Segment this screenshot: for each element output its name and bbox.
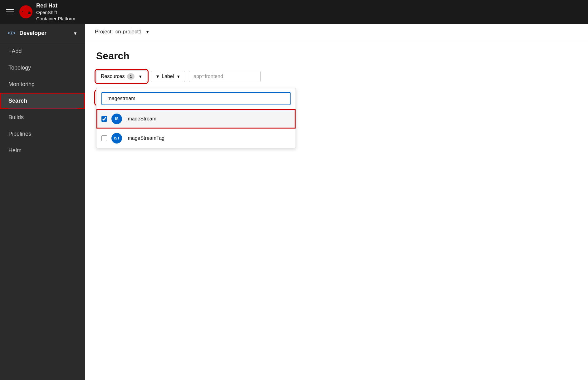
hamburger-menu-button[interactable]	[6, 9, 14, 14]
resources-count-badge: 1	[127, 73, 135, 80]
imagestreamtag-label: ImageStreamTag	[126, 135, 164, 141]
perspective-switcher[interactable]: </> Developer ▼	[0, 24, 85, 43]
imagestream-checkbox[interactable]	[101, 116, 107, 122]
result-item-imagestream[interactable]: IS ImageStream	[96, 109, 296, 129]
resources-dropdown-button[interactable]: Resources 1 ▼	[96, 71, 147, 82]
sidebar-item-search[interactable]: Search	[0, 93, 85, 109]
developer-perspective-icon: </>	[7, 30, 16, 37]
brand: Red Hat OpenShift Container Platform	[19, 2, 75, 22]
result-item-imagestreamtag[interactable]: IST ImageStreamTag	[96, 129, 296, 148]
resources-chevron-icon: ▼	[138, 74, 142, 79]
page-title: Search	[96, 50, 577, 62]
project-dropdown-button[interactable]: ▼	[144, 29, 151, 35]
main-layout: </> Developer ▼ +Add Topology Monitoring…	[0, 24, 588, 380]
content-area: Project: cn-project1 ▼ Search Resources …	[85, 24, 588, 380]
sidebar-item-helm[interactable]: Helm	[0, 142, 85, 159]
redhat-logo-icon	[19, 5, 32, 18]
filter-funnel-icon: ▼	[155, 74, 160, 79]
resources-dropdown-panel: IS ImageStream IST ImageStreamTag	[96, 88, 296, 148]
project-bar: Project: cn-project1 ▼	[85, 24, 588, 40]
imagestream-label: ImageStream	[126, 116, 156, 122]
perspective-label: Developer	[19, 30, 47, 37]
brand-text: Red Hat OpenShift Container Platform	[36, 2, 75, 22]
filter-row: Resources 1 ▼ ▼ Label ▼	[96, 71, 577, 82]
perspective-chevron-icon: ▼	[73, 31, 77, 36]
imagestream-badge: IS	[111, 114, 122, 124]
sidebar-item-pipelines[interactable]: Pipelines	[0, 126, 85, 142]
sidebar: </> Developer ▼ +Add Topology Monitoring…	[0, 24, 85, 380]
sidebar-item-topology[interactable]: Topology	[0, 60, 85, 76]
resource-search-input[interactable]	[101, 92, 291, 105]
project-label-text: Project:	[95, 29, 113, 35]
brand-subtitle-line2: Container Platform	[36, 16, 75, 22]
resource-search-wrapper	[96, 88, 296, 109]
sidebar-item-monitoring[interactable]: Monitoring	[0, 76, 85, 93]
label-value-input[interactable]	[189, 71, 261, 82]
brand-title: Red Hat	[36, 2, 75, 9]
imagestreamtag-badge: IST	[111, 133, 122, 144]
sidebar-item-builds[interactable]: Builds	[0, 109, 85, 126]
label-filter-text: Label	[162, 74, 174, 79]
svg-point-3	[28, 12, 31, 14]
imagestreamtag-checkbox[interactable]	[101, 135, 107, 141]
dropdown-results-list: IS ImageStream IST ImageStreamTag	[96, 109, 296, 148]
resources-label: Resources	[101, 74, 125, 79]
brand-subtitle-line1: OpenShift	[36, 9, 75, 16]
label-chevron-icon: ▼	[176, 74, 180, 79]
label-filter-button[interactable]: ▼ Label ▼	[151, 71, 185, 82]
top-header: Red Hat OpenShift Container Platform	[0, 0, 588, 24]
project-name-text: cn-project1	[115, 29, 142, 35]
search-content: Search Resources 1 ▼ ▼ Label ▼	[85, 40, 588, 380]
sidebar-item-add[interactable]: +Add	[0, 43, 85, 60]
